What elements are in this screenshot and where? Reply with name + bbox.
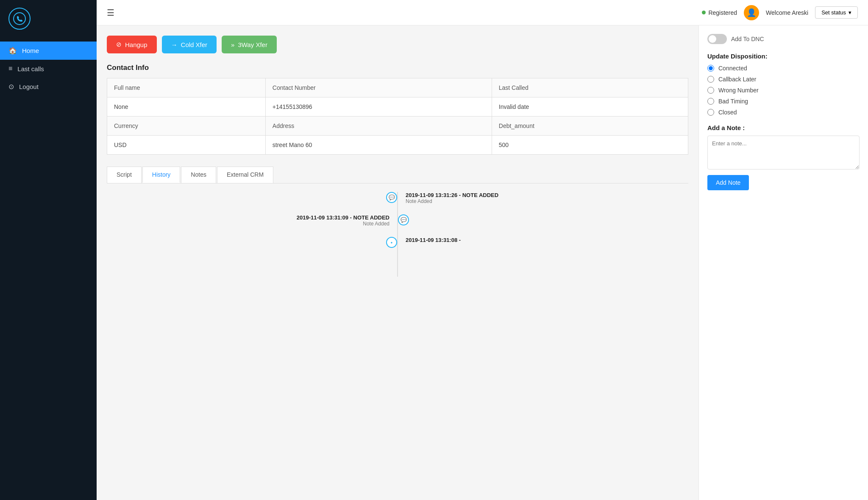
note-textarea[interactable] xyxy=(707,136,860,169)
left-panel: ⊘ Hangup → Cold Xfer » 3Way Xfer Contact… xyxy=(97,25,698,500)
add-note-label: Add Note xyxy=(716,179,740,186)
table-header-address: Address xyxy=(265,117,492,136)
timeline-dot-1: 💬 xyxy=(386,192,397,203)
radio-option-wrong-number[interactable]: Wrong Number xyxy=(707,87,860,94)
radio-option-callback-later[interactable]: Callback Later xyxy=(707,76,860,83)
registered-badge: Registered xyxy=(702,9,737,16)
timeline-event-title-1: 2019-11-09 13:31:26 - NOTE ADDED xyxy=(406,192,680,198)
timeline-item: 💬 2019-11-09 13:31:09 - NOTE ADDED Note … xyxy=(107,214,688,227)
radio-option-closed[interactable]: Closed xyxy=(707,109,860,116)
phone-logo-icon xyxy=(13,12,26,25)
topbar-left: ☰ xyxy=(107,8,114,18)
note-title: Add a Note : xyxy=(707,124,860,131)
content-area: ⊘ Hangup → Cold Xfer » 3Way Xfer Contact… xyxy=(97,25,868,500)
timeline-event-title-3: 2019-11-09 13:31:08 - xyxy=(406,237,680,243)
timeline: 💬 2019-11-09 13:31:26 - NOTE ADDED Note … xyxy=(107,192,688,277)
radio-label-wrong-number: Wrong Number xyxy=(718,87,759,94)
sidebar-logo xyxy=(0,0,97,37)
add-to-dnc: Add To DNC xyxy=(707,34,860,44)
radio-label-closed: Closed xyxy=(718,109,737,116)
radio-label-bad-timing: Bad Timing xyxy=(718,98,748,105)
table-cell-lastcalled: Invalid date xyxy=(492,97,688,117)
three-way-xfer-label: 3Way Xfer xyxy=(238,41,267,48)
table-cell-none: None xyxy=(107,97,266,117)
add-note-button[interactable]: Add Note xyxy=(707,175,749,190)
double-arrow-icon: » xyxy=(231,41,234,48)
call-buttons: ⊘ Hangup → Cold Xfer » 3Way Xfer xyxy=(107,36,688,53)
welcome-text: Welcome Areski xyxy=(766,9,808,16)
timeline-item: ● 2019-11-09 13:31:08 - xyxy=(107,237,688,248)
registered-label: Registered xyxy=(708,9,737,16)
sidebar-item-logout-label: Logout xyxy=(19,83,39,90)
table-row: Currency Address Debt_amount xyxy=(107,117,688,136)
logout-icon: ⊙ xyxy=(8,83,14,91)
avatar-icon: 👤 xyxy=(747,8,756,17)
avatar: 👤 xyxy=(744,5,759,20)
radio-callback-later[interactable] xyxy=(707,76,714,83)
main: ☰ Registered 👤 Welcome Areski Set status… xyxy=(97,0,868,500)
sidebar-item-logout[interactable]: ⊙ Logout xyxy=(0,78,97,96)
right-panel: Add To DNC Update Disposition: Connected… xyxy=(698,25,868,500)
radio-wrong-number[interactable] xyxy=(707,87,714,94)
timeline-event-sub-1: Note Added xyxy=(406,198,680,204)
hangup-icon: ⊘ xyxy=(116,41,122,48)
table-cell-phone: +14155130896 xyxy=(265,97,492,117)
sidebar-item-home[interactable]: 🏠 Home xyxy=(0,42,97,60)
tab-notes[interactable]: Notes xyxy=(181,167,216,183)
radio-bad-timing[interactable] xyxy=(707,98,714,105)
dnc-toggle[interactable] xyxy=(707,34,727,44)
timeline-dot-3: ● xyxy=(386,237,397,248)
timeline-content-1: 2019-11-09 13:31:26 - NOTE ADDED Note Ad… xyxy=(402,192,688,204)
hangup-label: Hangup xyxy=(125,41,147,48)
topbar-right: Registered 👤 Welcome Areski Set status ▾ xyxy=(702,5,858,20)
tabs: Script History Notes External CRM xyxy=(107,167,688,183)
disposition-title: Update Disposition: xyxy=(707,53,860,60)
sidebar-item-last-calls[interactable]: ≡ Last calls xyxy=(0,60,97,78)
sidebar-nav: 🏠 Home ≡ Last calls ⊙ Logout xyxy=(0,42,97,96)
table-row: Full name Contact Number Last Called xyxy=(107,78,688,97)
radio-closed[interactable] xyxy=(707,109,714,116)
timeline-item: 💬 2019-11-09 13:31:26 - NOTE ADDED Note … xyxy=(107,192,688,204)
table-cell-debt: 500 xyxy=(492,136,688,155)
table-row: None +14155130896 Invalid date xyxy=(107,97,688,117)
set-status-label: Set status xyxy=(821,9,846,16)
note-section: Add a Note : Add Note xyxy=(707,124,860,190)
sidebar-item-home-label: Home xyxy=(22,47,39,54)
cold-xfer-label: Cold Xfer xyxy=(181,41,208,48)
table-cell-currency: USD xyxy=(107,136,266,155)
timeline-content-3: 2019-11-09 13:31:08 - xyxy=(402,237,688,243)
contact-table: Full name Contact Number Last Called Non… xyxy=(107,78,688,155)
timeline-event-title-2: 2019-11-09 13:31:09 - NOTE ADDED xyxy=(115,214,389,221)
disposition-section: Update Disposition: Connected Callback L… xyxy=(707,53,860,116)
radio-connected[interactable] xyxy=(707,65,714,72)
table-header-contact: Contact Number xyxy=(265,78,492,97)
three-way-xfer-button[interactable]: » 3Way Xfer xyxy=(222,36,277,53)
arrow-icon: → xyxy=(171,41,178,48)
radio-label-connected: Connected xyxy=(718,65,747,72)
hangup-button[interactable]: ⊘ Hangup xyxy=(107,36,157,53)
radio-label-callback-later: Callback Later xyxy=(718,76,757,83)
table-cell-address: street Mano 60 xyxy=(265,136,492,155)
sidebar-item-last-calls-label: Last calls xyxy=(17,65,44,72)
tab-history[interactable]: History xyxy=(142,167,181,183)
chevron-down-icon: ▾ xyxy=(849,9,851,16)
cold-xfer-button[interactable]: → Cold Xfer xyxy=(162,36,217,53)
sidebar: 🏠 Home ≡ Last calls ⊙ Logout xyxy=(0,0,97,500)
tab-script[interactable]: Script xyxy=(107,167,142,183)
timeline-content-2: 2019-11-09 13:31:09 - NOTE ADDED Note Ad… xyxy=(107,214,393,227)
radio-option-connected[interactable]: Connected xyxy=(707,65,860,72)
set-status-button[interactable]: Set status ▾ xyxy=(815,6,858,19)
radio-option-bad-timing[interactable]: Bad Timing xyxy=(707,98,860,105)
toggle-slider xyxy=(707,34,727,44)
hamburger-icon[interactable]: ☰ xyxy=(107,8,114,18)
tab-external-crm[interactable]: External CRM xyxy=(217,167,273,183)
timeline-event-sub-2: Note Added xyxy=(115,221,389,227)
contact-info-title: Contact Info xyxy=(107,64,688,72)
registered-dot xyxy=(702,11,706,14)
timeline-line xyxy=(397,192,398,277)
table-header-lastcalled: Last Called xyxy=(492,78,688,97)
timeline-dot-2: 💬 xyxy=(398,214,409,225)
topbar: ☰ Registered 👤 Welcome Areski Set status… xyxy=(97,0,868,25)
svg-point-0 xyxy=(14,13,25,25)
table-row: USD street Mano 60 500 xyxy=(107,136,688,155)
